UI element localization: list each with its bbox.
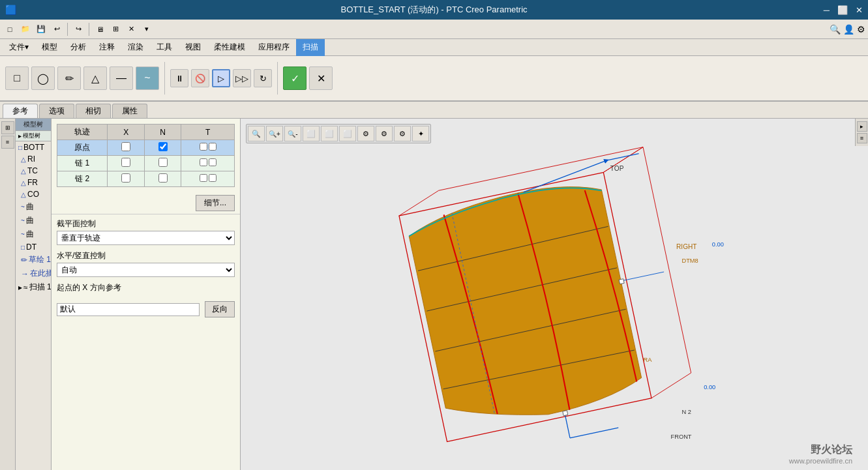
- menu-render[interactable]: 渲染: [121, 39, 150, 56]
- menu-flexible[interactable]: 柔性建模: [207, 39, 252, 56]
- display-button[interactable]: ⊞: [108, 22, 123, 37]
- origin-x-checkbox[interactable]: [121, 142, 130, 151]
- origin-n[interactable]: [144, 140, 181, 156]
- chain2-n[interactable]: [144, 171, 181, 187]
- curve-button[interactable]: ~: [136, 66, 159, 90]
- sweep1-expand[interactable]: ▸: [18, 283, 22, 292]
- default-input[interactable]: [57, 303, 200, 316]
- view-default-button[interactable]: ⬜: [303, 126, 320, 141]
- model-tree-subheader: ▸ 模型树: [16, 131, 51, 141]
- right-mini-btn-2[interactable]: ≡: [857, 133, 867, 143]
- view-named-button[interactable]: ⬜: [321, 126, 338, 141]
- right-mini-btn-1[interactable]: ▸: [857, 121, 867, 132]
- svg-line-12: [606, 154, 638, 161]
- tree-item-tc[interactable]: △ TC: [16, 165, 51, 177]
- menu-sweep[interactable]: 扫描: [296, 39, 325, 56]
- new-button[interactable]: □: [3, 22, 17, 37]
- layer-btn[interactable]: ≡: [1, 136, 14, 149]
- tree-item-co[interactable]: △ CO: [16, 188, 51, 200]
- chain2-n-checkbox[interactable]: [158, 173, 168, 183]
- open-button[interactable]: 📁: [18, 22, 33, 37]
- tree-item-dt[interactable]: □ DT: [16, 241, 51, 253]
- menu-model[interactable]: 模型: [35, 39, 64, 56]
- stop-button[interactable]: 🚫: [191, 69, 209, 87]
- menu-analysis[interactable]: 分析: [64, 39, 93, 56]
- fr-label: FR: [27, 178, 38, 187]
- accept-button[interactable]: ✓: [283, 66, 307, 90]
- display-style-button[interactable]: ⚙: [357, 126, 374, 141]
- chain1-n-checkbox[interactable]: [158, 158, 168, 167]
- settings-icon[interactable]: ⚙: [857, 24, 865, 35]
- view-saved-button[interactable]: ⬜: [339, 126, 356, 141]
- origin-x[interactable]: [108, 140, 144, 156]
- reverse-button[interactable]: 反向: [205, 301, 235, 317]
- chain1-n[interactable]: [144, 156, 181, 171]
- line-button[interactable]: —: [110, 66, 133, 90]
- next-button[interactable]: ▷▷: [233, 69, 251, 87]
- menu-tools[interactable]: 工具: [150, 39, 179, 56]
- zoom-fit-button[interactable]: 🔍: [248, 126, 265, 141]
- tree-item-bott[interactable]: □ BOTT: [16, 141, 51, 153]
- save-button[interactable]: 💾: [34, 22, 48, 37]
- chain2-x[interactable]: [108, 171, 144, 187]
- section-plane-select[interactable]: 垂直于轨迹: [57, 231, 235, 245]
- edit-button[interactable]: ✏: [57, 66, 81, 90]
- display-mode-button[interactable]: ⚙: [376, 126, 393, 141]
- close-button[interactable]: ✕: [856, 5, 863, 15]
- menu-apps[interactable]: 应用程序: [252, 39, 296, 56]
- menu-view[interactable]: 视图: [179, 39, 207, 56]
- horizontal-control-select[interactable]: 自动: [57, 263, 235, 277]
- table-row-chain1[interactable]: 链 1: [57, 156, 235, 171]
- tree-item-sweep1[interactable]: ▸ ≈ 扫描 1: [16, 280, 51, 294]
- origin-n-checkbox[interactable]: [158, 142, 168, 151]
- sketch-circle-button[interactable]: ◯: [31, 66, 55, 90]
- tree-item-ri[interactable]: △ RI: [16, 153, 51, 165]
- tree-item-curve1[interactable]: ~ 曲: [16, 200, 51, 214]
- tab-properties[interactable]: 属性: [112, 104, 147, 118]
- menu-annotation[interactable]: 注释: [93, 39, 121, 56]
- chain2-x-checkbox[interactable]: [121, 173, 130, 183]
- viewport[interactable]: 🔍 🔍+ 🔍- ⬜ ⬜ ⬜ ⚙ ⚙ ⚙ ✦: [241, 119, 868, 470]
- tab-tangent[interactable]: 相切: [76, 104, 111, 118]
- user-icon[interactable]: 👤: [843, 24, 854, 35]
- tree-item-curve3[interactable]: ~ 曲: [16, 228, 51, 241]
- minimize-button[interactable]: ─: [824, 5, 830, 15]
- table-row-chain2[interactable]: 链 2: [57, 171, 235, 187]
- tab-options[interactable]: 选项: [39, 104, 74, 118]
- tree-item-curve2[interactable]: ~ 曲: [16, 214, 51, 228]
- model-tree-toggle[interactable]: ⊞: [1, 121, 14, 134]
- origin-t2-checkbox[interactable]: [209, 143, 217, 151]
- zoom-out-button[interactable]: 🔍-: [284, 126, 301, 141]
- search-icon[interactable]: 🔍: [830, 24, 841, 35]
- chain1-x[interactable]: [108, 156, 144, 171]
- chain1-t2-checkbox[interactable]: [209, 158, 217, 166]
- chain2-t2-checkbox[interactable]: [209, 174, 217, 182]
- restore-button[interactable]: ⬜: [837, 5, 848, 15]
- tab-reference[interactable]: 参考: [3, 104, 38, 118]
- menu-file[interactable]: 文件▾: [3, 39, 35, 56]
- table-row-origin[interactable]: 原点: [57, 140, 235, 156]
- redo-button[interactable]: ↪: [71, 22, 85, 37]
- display-special-button[interactable]: ✦: [412, 126, 429, 141]
- extra-button[interactable]: ✕: [124, 22, 138, 37]
- zoom-in-button[interactable]: 🔍+: [266, 126, 283, 141]
- tree-item-fr[interactable]: △ FR: [16, 177, 51, 188]
- detail-button[interactable]: 细节...: [196, 195, 235, 211]
- dim2-label: 0.00: [704, 384, 715, 390]
- tree-item-insert[interactable]: → 在此插入: [16, 267, 51, 280]
- chain1-x-checkbox[interactable]: [121, 158, 130, 167]
- cancel-button[interactable]: ✕: [309, 66, 333, 90]
- chain2-t1-checkbox[interactable]: [200, 174, 207, 182]
- tree-item-sketch1[interactable]: ✏ 草绘 1: [16, 253, 51, 267]
- sketch-rect-button[interactable]: □: [5, 66, 29, 90]
- trim-button[interactable]: △: [83, 66, 107, 90]
- dropdown-button[interactable]: ▾: [140, 22, 154, 37]
- display-extra-button[interactable]: ⚙: [394, 126, 411, 141]
- pause-button[interactable]: ⏸: [170, 69, 188, 87]
- chain1-t1-checkbox[interactable]: [200, 158, 207, 166]
- undo-button[interactable]: ↩: [50, 22, 64, 37]
- view-button[interactable]: 🖥: [93, 22, 107, 37]
- origin-t1-checkbox[interactable]: [200, 143, 207, 151]
- loop-button[interactable]: ↻: [254, 69, 272, 87]
- play-button[interactable]: ▷: [212, 69, 230, 87]
